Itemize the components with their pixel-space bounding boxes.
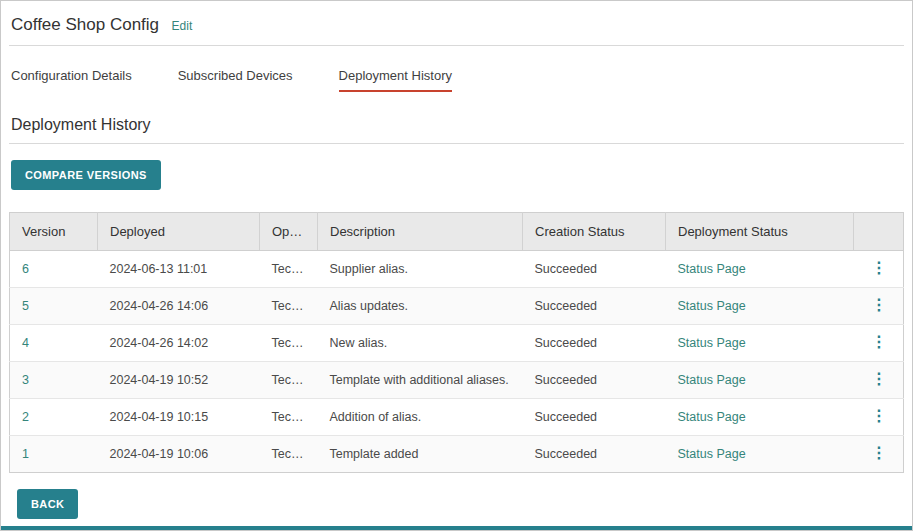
creation-status-cell: Succeeded xyxy=(523,251,666,288)
status-page-link[interactable]: Status Page xyxy=(678,299,746,313)
creation-status-cell: Succeeded xyxy=(523,436,666,473)
deployed-cell: 2024-04-26 14:06 xyxy=(98,288,260,325)
col-deployment-status: Deployment Status xyxy=(666,213,854,251)
config-page: Coffee Shop Config Edit Configuration De… xyxy=(0,0,913,531)
deployed-cell: 2024-06-13 11:01 xyxy=(98,251,260,288)
edit-link[interactable]: Edit xyxy=(172,19,193,33)
col-description: Description xyxy=(318,213,523,251)
description-cell: Alias updates. xyxy=(318,288,523,325)
row-menu-icon[interactable]: ⋮ xyxy=(867,373,891,385)
version-link[interactable]: 5 xyxy=(22,299,29,313)
operator-cell: Tech... xyxy=(260,399,318,436)
bottom-accent-bar xyxy=(1,526,912,530)
col-actions xyxy=(854,213,904,251)
operator-cell: Tech... xyxy=(260,288,318,325)
table-header-row: Version Deployed Oper... Description Cre… xyxy=(10,213,904,251)
version-link[interactable]: 1 xyxy=(22,447,29,461)
table-row: 6 2024-06-13 11:01 Tech... Supplier alia… xyxy=(10,251,904,288)
version-link[interactable]: 6 xyxy=(22,262,29,276)
version-link[interactable]: 4 xyxy=(22,336,29,350)
tab-subscribed-devices[interactable]: Subscribed Devices xyxy=(178,68,293,92)
status-page-link[interactable]: Status Page xyxy=(678,336,746,350)
section-divider xyxy=(9,143,904,144)
tab-deployment-history[interactable]: Deployment History xyxy=(339,68,452,92)
row-menu-icon[interactable]: ⋮ xyxy=(867,447,891,459)
description-cell: Template with additional aliases. xyxy=(318,362,523,399)
operator-cell: Tech... xyxy=(260,251,318,288)
back-button[interactable]: BACK xyxy=(17,489,78,519)
description-cell: New alias. xyxy=(318,325,523,362)
table-row: 5 2024-04-26 14:06 Tech... Alias updates… xyxy=(10,288,904,325)
row-menu-icon[interactable]: ⋮ xyxy=(867,299,891,311)
row-menu-icon[interactable]: ⋮ xyxy=(867,262,891,274)
deployed-cell: 2024-04-26 14:02 xyxy=(98,325,260,362)
page-title: Coffee Shop Config xyxy=(11,15,159,34)
version-link[interactable]: 2 xyxy=(22,410,29,424)
description-cell: Addition of alias. xyxy=(318,399,523,436)
row-menu-icon[interactable]: ⋮ xyxy=(867,410,891,422)
col-deployed: Deployed xyxy=(98,213,260,251)
col-creation-status: Creation Status xyxy=(523,213,666,251)
table-row: 1 2024-04-19 10:06 Tech... Template adde… xyxy=(10,436,904,473)
creation-status-cell: Succeeded xyxy=(523,288,666,325)
table-row: 4 2024-04-26 14:02 Tech... New alias. Su… xyxy=(10,325,904,362)
compare-versions-button[interactable]: COMPARE VERSIONS xyxy=(11,160,161,190)
creation-status-cell: Succeeded xyxy=(523,362,666,399)
tab-bar: Configuration Details Subscribed Devices… xyxy=(11,68,902,92)
creation-status-cell: Succeeded xyxy=(523,399,666,436)
title-row: Coffee Shop Config Edit xyxy=(9,13,904,35)
deployment-history-table: Version Deployed Oper... Description Cre… xyxy=(9,212,904,473)
status-page-link[interactable]: Status Page xyxy=(678,262,746,276)
operator-cell: Tech... xyxy=(260,436,318,473)
col-version: Version xyxy=(10,213,98,251)
table-row: 3 2024-04-19 10:52 Tech... Template with… xyxy=(10,362,904,399)
title-divider xyxy=(9,45,904,46)
operator-cell: Tech... xyxy=(260,362,318,399)
section-title: Deployment History xyxy=(11,116,902,134)
deployed-cell: 2024-04-19 10:15 xyxy=(98,399,260,436)
operator-cell: Tech... xyxy=(260,325,318,362)
table-row: 2 2024-04-19 10:15 Tech... Addition of a… xyxy=(10,399,904,436)
description-cell: Template added xyxy=(318,436,523,473)
row-menu-icon[interactable]: ⋮ xyxy=(867,336,891,348)
tab-configuration-details[interactable]: Configuration Details xyxy=(11,68,132,92)
description-cell: Supplier alias. xyxy=(318,251,523,288)
status-page-link[interactable]: Status Page xyxy=(678,447,746,461)
deployed-cell: 2024-04-19 10:06 xyxy=(98,436,260,473)
creation-status-cell: Succeeded xyxy=(523,325,666,362)
status-page-link[interactable]: Status Page xyxy=(678,373,746,387)
deployed-cell: 2024-04-19 10:52 xyxy=(98,362,260,399)
version-link[interactable]: 3 xyxy=(22,373,29,387)
status-page-link[interactable]: Status Page xyxy=(678,410,746,424)
col-operator: Oper... xyxy=(260,213,318,251)
